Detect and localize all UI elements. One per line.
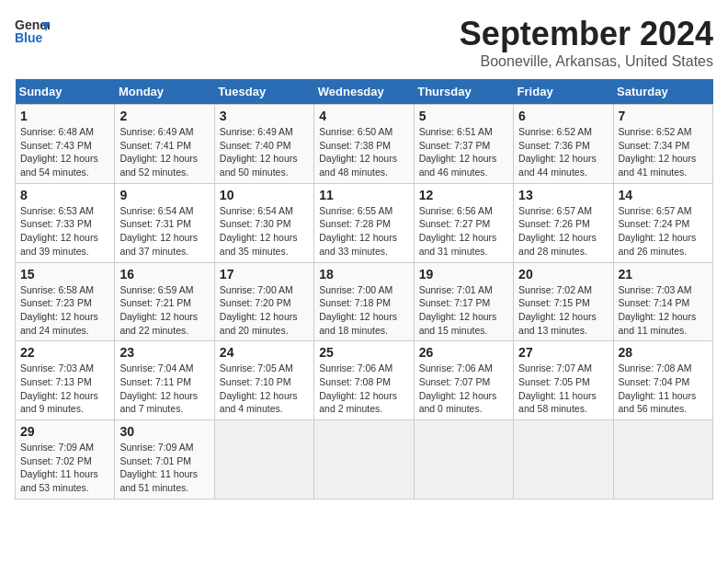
day-number: 25	[319, 345, 408, 360]
day-number: 9	[119, 188, 209, 202]
calendar-cell	[414, 420, 513, 500]
calendar-cell: 11Sunrise: 6:55 AM Sunset: 7:28 PM Dayli…	[314, 183, 414, 262]
day-number: 23	[119, 345, 209, 360]
day-info: Sunrise: 6:59 AM Sunset: 7:21 PM Dayligh…	[119, 283, 209, 338]
calendar-cell: 26Sunrise: 7:06 AM Sunset: 7:07 PM Dayli…	[414, 341, 513, 420]
calendar-cell: 23Sunrise: 7:04 AM Sunset: 7:11 PM Dayli…	[115, 341, 214, 420]
day-number: 7	[619, 109, 708, 123]
day-number: 17	[220, 267, 309, 282]
day-info: Sunrise: 7:09 AM Sunset: 7:02 PM Dayligh…	[20, 441, 109, 495]
day-info: Sunrise: 7:02 AM Sunset: 7:15 PM Dayligh…	[518, 283, 608, 338]
calendar-cell: 7Sunrise: 6:52 AM Sunset: 7:34 PM Daylig…	[613, 105, 712, 184]
day-number: 27	[518, 345, 608, 360]
calendar-cell: 5Sunrise: 6:51 AM Sunset: 7:37 PM Daylig…	[414, 105, 513, 184]
logo-icon: General Blue	[15, 15, 50, 50]
calendar-cell: 1Sunrise: 6:48 AM Sunset: 7:43 PM Daylig…	[16, 105, 115, 184]
calendar-cell: 6Sunrise: 6:52 AM Sunset: 7:36 PM Daylig…	[514, 105, 613, 184]
calendar-cell: 29Sunrise: 7:09 AM Sunset: 7:02 PM Dayli…	[16, 420, 115, 500]
page-subtitle: Booneville, Arkansas, United States	[460, 53, 713, 70]
day-info: Sunrise: 6:50 AM Sunset: 7:38 PM Dayligh…	[319, 125, 408, 179]
svg-text:Blue: Blue	[15, 30, 43, 45]
day-info: Sunrise: 6:48 AM Sunset: 7:43 PM Dayligh…	[20, 125, 109, 179]
day-info: Sunrise: 7:07 AM Sunset: 7:05 PM Dayligh…	[518, 362, 608, 416]
calendar-week-row: 29Sunrise: 7:09 AM Sunset: 7:02 PM Dayli…	[16, 420, 713, 500]
calendar-cell: 10Sunrise: 6:54 AM Sunset: 7:30 PM Dayli…	[214, 183, 313, 262]
calendar-table: SundayMondayTuesdayWednesdayThursdayFrid…	[15, 79, 713, 500]
calendar-cell: 16Sunrise: 6:59 AM Sunset: 7:21 PM Dayli…	[115, 262, 214, 341]
day-number: 30	[119, 424, 209, 439]
calendar-cell: 20Sunrise: 7:02 AM Sunset: 7:15 PM Dayli…	[514, 262, 613, 341]
calendar-cell: 8Sunrise: 6:53 AM Sunset: 7:33 PM Daylig…	[16, 183, 115, 262]
day-info: Sunrise: 6:52 AM Sunset: 7:36 PM Dayligh…	[518, 125, 608, 179]
day-number: 10	[220, 188, 309, 202]
day-number: 28	[619, 345, 708, 360]
header-wednesday: Wednesday	[314, 79, 414, 105]
day-info: Sunrise: 6:53 AM Sunset: 7:33 PM Dayligh…	[20, 204, 109, 259]
day-number: 16	[119, 267, 209, 282]
day-info: Sunrise: 6:49 AM Sunset: 7:40 PM Dayligh…	[220, 125, 309, 179]
day-info: Sunrise: 7:09 AM Sunset: 7:01 PM Dayligh…	[119, 441, 209, 495]
page-header: General Blue September 2024 Booneville, …	[15, 15, 713, 70]
day-info: Sunrise: 6:51 AM Sunset: 7:37 PM Dayligh…	[419, 125, 508, 179]
calendar-cell: 27Sunrise: 7:07 AM Sunset: 7:05 PM Dayli…	[514, 341, 613, 420]
day-number: 29	[20, 424, 109, 439]
day-number: 19	[419, 267, 508, 282]
calendar-cell: 13Sunrise: 6:57 AM Sunset: 7:26 PM Dayli…	[514, 183, 613, 262]
day-number: 22	[20, 345, 109, 360]
day-info: Sunrise: 6:52 AM Sunset: 7:34 PM Dayligh…	[619, 125, 708, 179]
day-info: Sunrise: 6:56 AM Sunset: 7:27 PM Dayligh…	[419, 204, 508, 259]
calendar-cell: 3Sunrise: 6:49 AM Sunset: 7:40 PM Daylig…	[214, 105, 313, 184]
calendar-week-row: 15Sunrise: 6:58 AM Sunset: 7:23 PM Dayli…	[16, 262, 713, 341]
day-number: 11	[319, 188, 408, 202]
day-info: Sunrise: 7:06 AM Sunset: 7:07 PM Dayligh…	[419, 362, 508, 416]
day-info: Sunrise: 6:55 AM Sunset: 7:28 PM Dayligh…	[319, 204, 408, 259]
day-number: 21	[619, 267, 708, 282]
day-number: 13	[518, 188, 608, 202]
day-info: Sunrise: 7:00 AM Sunset: 7:18 PM Dayligh…	[319, 283, 408, 338]
day-number: 24	[220, 345, 309, 360]
calendar-cell: 30Sunrise: 7:09 AM Sunset: 7:01 PM Dayli…	[115, 420, 214, 500]
calendar-cell: 24Sunrise: 7:05 AM Sunset: 7:10 PM Dayli…	[214, 341, 313, 420]
day-number: 26	[419, 345, 508, 360]
day-number: 5	[419, 109, 508, 123]
calendar-cell: 9Sunrise: 6:54 AM Sunset: 7:31 PM Daylig…	[115, 183, 214, 262]
logo: General Blue	[15, 15, 53, 50]
day-number: 20	[518, 267, 608, 282]
day-info: Sunrise: 7:03 AM Sunset: 7:13 PM Dayligh…	[20, 362, 109, 416]
day-info: Sunrise: 6:49 AM Sunset: 7:41 PM Dayligh…	[119, 125, 209, 179]
page-title: September 2024	[460, 15, 713, 53]
calendar-cell: 25Sunrise: 7:06 AM Sunset: 7:08 PM Dayli…	[314, 341, 414, 420]
calendar-cell	[613, 420, 712, 500]
calendar-cell: 4Sunrise: 6:50 AM Sunset: 7:38 PM Daylig…	[314, 105, 414, 184]
day-info: Sunrise: 7:01 AM Sunset: 7:17 PM Dayligh…	[419, 283, 508, 338]
calendar-week-row: 8Sunrise: 6:53 AM Sunset: 7:33 PM Daylig…	[16, 183, 713, 262]
calendar-cell: 14Sunrise: 6:57 AM Sunset: 7:24 PM Dayli…	[613, 183, 712, 262]
calendar-cell: 2Sunrise: 6:49 AM Sunset: 7:41 PM Daylig…	[115, 105, 214, 184]
day-number: 14	[619, 188, 708, 202]
calendar-week-row: 22Sunrise: 7:03 AM Sunset: 7:13 PM Dayli…	[16, 341, 713, 420]
day-number: 2	[119, 109, 209, 123]
day-info: Sunrise: 7:08 AM Sunset: 7:04 PM Dayligh…	[619, 362, 708, 416]
calendar-cell: 21Sunrise: 7:03 AM Sunset: 7:14 PM Dayli…	[613, 262, 712, 341]
day-number: 12	[419, 188, 508, 202]
day-number: 1	[20, 109, 109, 123]
calendar-cell	[214, 420, 313, 500]
day-number: 4	[319, 109, 408, 123]
day-info: Sunrise: 7:00 AM Sunset: 7:20 PM Dayligh…	[220, 283, 309, 338]
day-info: Sunrise: 6:57 AM Sunset: 7:26 PM Dayligh…	[518, 204, 608, 259]
day-info: Sunrise: 7:04 AM Sunset: 7:11 PM Dayligh…	[119, 362, 209, 416]
day-info: Sunrise: 6:57 AM Sunset: 7:24 PM Dayligh…	[619, 204, 708, 259]
day-number: 15	[20, 267, 109, 282]
calendar-cell: 17Sunrise: 7:00 AM Sunset: 7:20 PM Dayli…	[214, 262, 313, 341]
day-info: Sunrise: 7:03 AM Sunset: 7:14 PM Dayligh…	[619, 283, 708, 338]
header-sunday: Sunday	[16, 79, 115, 105]
calendar-header-row: SundayMondayTuesdayWednesdayThursdayFrid…	[16, 79, 713, 105]
day-info: Sunrise: 6:58 AM Sunset: 7:23 PM Dayligh…	[20, 283, 109, 338]
header-friday: Friday	[514, 79, 613, 105]
calendar-cell	[514, 420, 613, 500]
header-saturday: Saturday	[613, 79, 712, 105]
day-info: Sunrise: 6:54 AM Sunset: 7:31 PM Dayligh…	[119, 204, 209, 259]
header-tuesday: Tuesday	[214, 79, 313, 105]
header-monday: Monday	[115, 79, 214, 105]
day-info: Sunrise: 6:54 AM Sunset: 7:30 PM Dayligh…	[220, 204, 309, 259]
